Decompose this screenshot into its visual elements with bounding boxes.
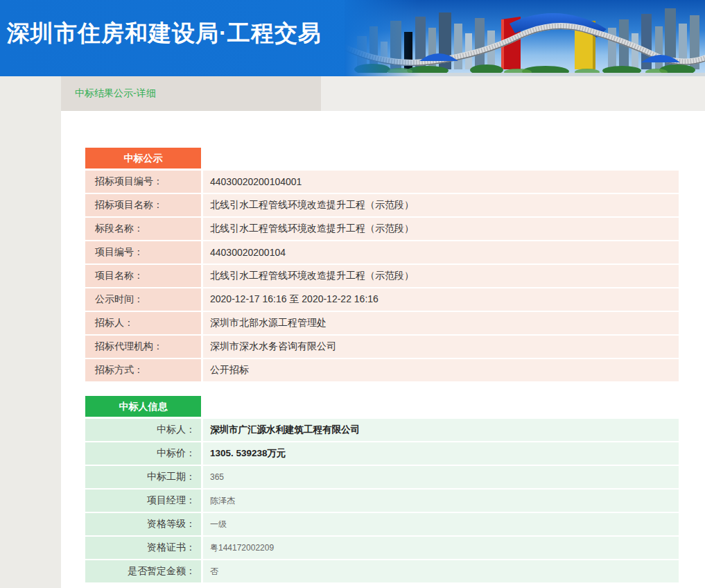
row-label: 项目编号： (85, 241, 201, 263)
row-label: 资格证书： (85, 537, 201, 559)
row-label: 招标代理机构： (85, 336, 201, 358)
row-value: 深圳市广汇源水利建筑工程有限公司 (203, 419, 679, 441)
table-row: 招标项目名称：北线引水工程管线环境改造提升工程（示范段） (85, 194, 679, 216)
bid-announcement-table: 招标项目编号：44030020200104001招标项目名称：北线引水工程管线环… (85, 171, 679, 381)
row-value: 否 (203, 560, 679, 582)
row-value: 深圳市北部水源工程管理处 (203, 312, 679, 334)
row-value: 365 (203, 466, 679, 488)
row-label: 资格等级： (85, 513, 201, 535)
table-row: 中标工期：365 (85, 466, 679, 488)
row-label: 中标价： (85, 442, 201, 465)
table-row: 是否暂定金额：否 (85, 560, 679, 582)
site-header: 深圳市住房和建设局·工程交易 (0, 0, 705, 76)
winner-info-header: 中标人信息 (85, 396, 201, 417)
winner-info-table: 中标人：深圳市广汇源水利建筑工程有限公司中标价：1305. 539238万元中标… (85, 419, 679, 582)
tab-bar: 中标结果公示-详细 (0, 76, 705, 111)
main-layout: 中标公示 招标项目编号：44030020200104001招标项目名称：北线引水… (0, 111, 705, 588)
row-label: 招标方式： (85, 359, 201, 381)
table-row: 招标方式：公开招标 (85, 359, 679, 381)
site-title: 深圳市住房和建设局·工程交易 (7, 18, 322, 49)
table-row: 招标人：深圳市北部水源工程管理处 (85, 312, 679, 334)
row-label: 项目经理： (85, 490, 201, 512)
row-label: 中标人： (85, 419, 201, 441)
tab-result-detail[interactable]: 中标结果公示-详细 (61, 76, 321, 111)
row-value: 44030020200104001 (203, 171, 679, 193)
table-row: 招标项目编号：44030020200104001 (85, 171, 679, 193)
row-label: 中标工期： (85, 466, 201, 488)
table-row: 中标人：深圳市广汇源水利建筑工程有限公司 (85, 419, 679, 441)
table-row: 标段名称：北线引水工程管线环境改造提升工程（示范段） (85, 218, 679, 240)
row-label: 招标项目名称： (85, 194, 201, 216)
row-value: 北线引水工程管线环境改造提升工程（示范段） (203, 218, 679, 240)
table-row: 项目编号：44030020200104 (85, 241, 679, 263)
row-value: 一级 (203, 513, 679, 535)
page: 深圳市住房和建设局·工程交易 (0, 0, 705, 588)
table-row: 公示时间：2020-12-17 16:16 至 2020-12-22 16:16 (85, 288, 679, 311)
row-label: 招标人： (85, 312, 201, 334)
row-value: 粤144172002209 (203, 537, 679, 559)
winner-info-section: 中标人信息 中标人：深圳市广汇源水利建筑工程有限公司中标价：1305. 5392… (85, 396, 679, 582)
left-gutter (0, 111, 61, 588)
row-value: 1305. 539238万元 (203, 442, 679, 465)
row-label: 是否暂定金额： (85, 560, 201, 582)
row-value: 2020-12-17 16:16 至 2020-12-22 16:16 (203, 288, 679, 311)
row-value: 北线引水工程管线环境改造提升工程（示范段） (203, 194, 679, 216)
skyline-banner-image (345, 0, 705, 76)
row-label: 公示时间： (85, 288, 201, 311)
row-value: 公开招标 (203, 359, 679, 381)
bid-announcement-header: 中标公示 (85, 148, 201, 168)
tab-bar-gutter (0, 76, 61, 111)
row-value: 深圳市深水水务咨询有限公司 (203, 336, 679, 358)
row-value: 北线引水工程管线环境改造提升工程（示范段） (203, 265, 679, 287)
row-label: 标段名称： (85, 218, 201, 240)
table-row: 招标代理机构：深圳市深水水务咨询有限公司 (85, 336, 679, 358)
content-area: 中标公示 招标项目编号：44030020200104001招标项目名称：北线引水… (61, 111, 705, 588)
bid-announcement-section: 中标公示 招标项目编号：44030020200104001招标项目名称：北线引水… (85, 148, 679, 381)
table-row: 项目名称：北线引水工程管线环境改造提升工程（示范段） (85, 265, 679, 287)
table-row: 资格证书：粤144172002209 (85, 537, 679, 559)
row-label: 招标项目编号： (85, 171, 201, 193)
row-label: 项目名称： (85, 265, 201, 287)
row-value: 44030020200104 (203, 241, 679, 263)
row-value: 陈泽杰 (203, 490, 679, 512)
table-row: 项目经理：陈泽杰 (85, 490, 679, 512)
table-row: 资格等级：一级 (85, 513, 679, 535)
tab-label: 中标结果公示-详细 (75, 87, 156, 100)
table-row: 中标价：1305. 539238万元 (85, 442, 679, 465)
